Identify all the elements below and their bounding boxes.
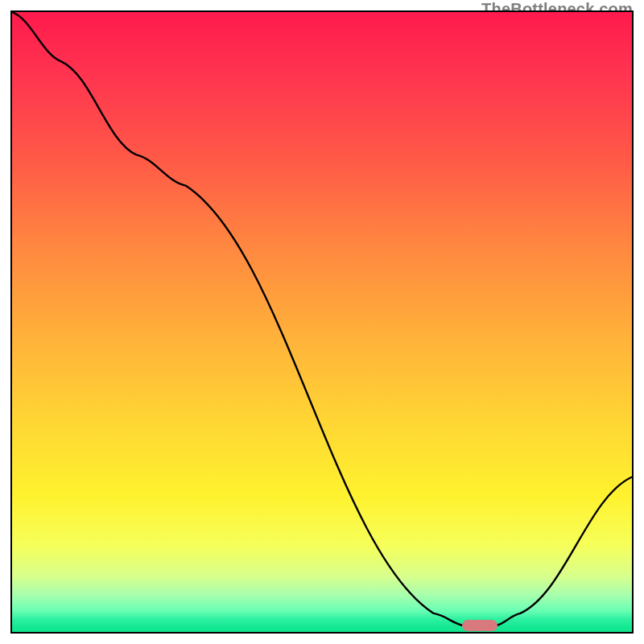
chart-container: TheBottleneck.com	[0, 0, 644, 644]
curve-path	[12, 12, 632, 625]
optimal-marker	[462, 620, 497, 631]
plot-area	[10, 10, 634, 634]
curve-svg	[12, 12, 632, 632]
